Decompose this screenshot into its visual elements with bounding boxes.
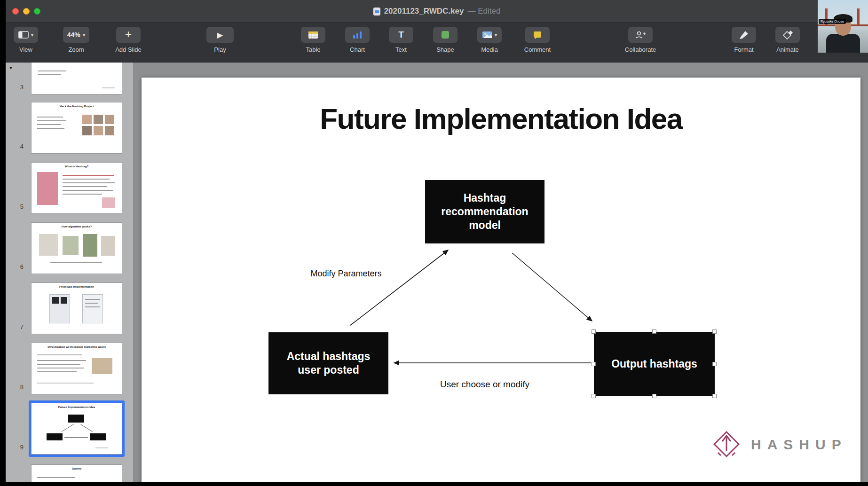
- format-brush-icon[interactable]: [732, 27, 756, 43]
- play-icon[interactable]: ▶: [206, 27, 234, 43]
- participant-name-tag: Ryosuke Onose: [819, 19, 846, 24]
- shape-icon[interactable]: [433, 27, 458, 43]
- slide-thumbnail-9[interactable]: Future Implementation Idea: [32, 403, 122, 454]
- hashup-logo-icon: [711, 429, 742, 460]
- collaborate-label: Collaborate: [612, 46, 669, 53]
- slide-thumbnail-6[interactable]: How algorithm works?: [32, 223, 122, 274]
- animate-diamond-icon[interactable]: [775, 27, 800, 43]
- toolbar-add-slide-button[interactable]: + Add Slide: [100, 27, 157, 53]
- add-slide-label: Add Slide: [100, 46, 157, 53]
- current-slide: Future Implementation Idea Hashtag recom…: [142, 78, 860, 482]
- zoom-dropdown[interactable]: 44% ▾: [63, 27, 90, 43]
- selection-handle[interactable]: [652, 394, 656, 398]
- slide-number: 8: [6, 384, 24, 391]
- slide-thumbnail-3[interactable]: [32, 63, 122, 94]
- slide-number: 7: [6, 323, 24, 330]
- slide-number: 5: [6, 203, 24, 210]
- slide-thumbnail-10[interactable]: Outline: [32, 465, 122, 482]
- window-title: 20201123_RWDC.key — Edited: [6, 0, 868, 23]
- slide-number: 4: [6, 143, 24, 150]
- slide-number: 3: [6, 84, 24, 91]
- collaborate-icon[interactable]: [628, 27, 653, 43]
- play-label: Play: [192, 46, 248, 53]
- collapse-triangle-icon[interactable]: ▾: [9, 64, 12, 71]
- webcam-overlay[interactable]: Ryosuke Onose: [818, 0, 868, 53]
- slide-number: 9: [6, 444, 24, 451]
- document-proxy-icon[interactable]: [373, 8, 380, 16]
- selection-handle[interactable]: [592, 362, 596, 366]
- document-title: 20201123_RWDC.key: [384, 7, 464, 16]
- sidebar-pane-icon: [18, 31, 29, 39]
- hashup-logo-text: HASHUP: [751, 437, 847, 453]
- toolbar-play-button[interactable]: ▶ Play: [192, 27, 248, 53]
- shape-hashtag-recommendation-model[interactable]: Hashtag recommendation model: [425, 180, 544, 243]
- chevron-down-icon: ▾: [31, 32, 34, 38]
- toolbar-comment-button[interactable]: Comment: [509, 27, 566, 53]
- text-icon[interactable]: T: [389, 27, 413, 43]
- selection-handle[interactable]: [712, 362, 717, 366]
- slide-thumbnail-7[interactable]: Prototype Implementation: [32, 283, 122, 334]
- slide-thumbnail-8[interactable]: Investigation w/ Instagram marketing age…: [32, 343, 122, 394]
- toolbar-view-button[interactable]: ▾ View: [6, 27, 54, 53]
- chevron-down-icon: ▾: [83, 32, 86, 38]
- toolbar: ▾ View 44% ▾ Zoom + Add Slide ▶ Play Tab…: [6, 23, 868, 63]
- plus-icon[interactable]: +: [116, 27, 141, 43]
- arrow-actual-to-model[interactable]: [350, 250, 448, 325]
- media-icon[interactable]: ▾: [477, 27, 502, 43]
- table-icon[interactable]: [301, 27, 325, 43]
- hashup-logo: HASHUP: [711, 429, 847, 460]
- zoom-value: 44%: [67, 31, 80, 39]
- screen-capture: 20201123_RWDC.key — Edited ▾ View 44% ▾ …: [0, 0, 868, 486]
- slide-thumbnail-4[interactable]: Hack the Hashtag Project: [32, 102, 122, 153]
- toolbar-zoom-control[interactable]: 44% ▾ Zoom: [48, 27, 104, 53]
- diagram-connectors[interactable]: [142, 78, 860, 482]
- keynote-window: 20201123_RWDC.key — Edited ▾ View 44% ▾ …: [6, 0, 868, 482]
- comment-icon[interactable]: [525, 27, 550, 43]
- chart-icon[interactable]: [345, 27, 370, 43]
- slide-number: 6: [6, 263, 24, 270]
- selection-handle[interactable]: [712, 329, 717, 334]
- slide-canvas: Future Implementation Idea Hashtag recom…: [133, 63, 868, 482]
- selection-handle[interactable]: [592, 329, 596, 334]
- person-video: [826, 34, 860, 53]
- view-label: View: [6, 46, 54, 53]
- shape-actual-hashtags-user-posted[interactable]: Actual hashtags user posted: [268, 332, 388, 394]
- edited-status: — Edited: [467, 7, 500, 16]
- slide-navigator: ▾ 3 4 Hack the Hashtag Project 5 What is…: [6, 63, 133, 482]
- shape-output-hashtags[interactable]: Output hashtags: [594, 332, 715, 396]
- selection-handle[interactable]: [592, 394, 596, 398]
- chevron-down-icon: ▾: [495, 32, 497, 38]
- arrow-model-to-output[interactable]: [512, 253, 592, 321]
- view-icon[interactable]: ▾: [14, 27, 38, 43]
- slide-thumbnail-5[interactable]: What is Hashtag?: [32, 163, 122, 213]
- comment-label: Comment: [509, 46, 566, 53]
- selection-handle[interactable]: [712, 394, 717, 398]
- title-bar: 20201123_RWDC.key — Edited: [6, 0, 868, 23]
- toolbar-collaborate-button[interactable]: Collaborate: [612, 27, 669, 53]
- selection-handle[interactable]: [652, 329, 656, 334]
- zoom-label: Zoom: [48, 46, 104, 53]
- label-modify-parameters[interactable]: Modify Parameters: [308, 267, 384, 280]
- label-user-choose-or-modify[interactable]: User choose or modify: [424, 379, 546, 390]
